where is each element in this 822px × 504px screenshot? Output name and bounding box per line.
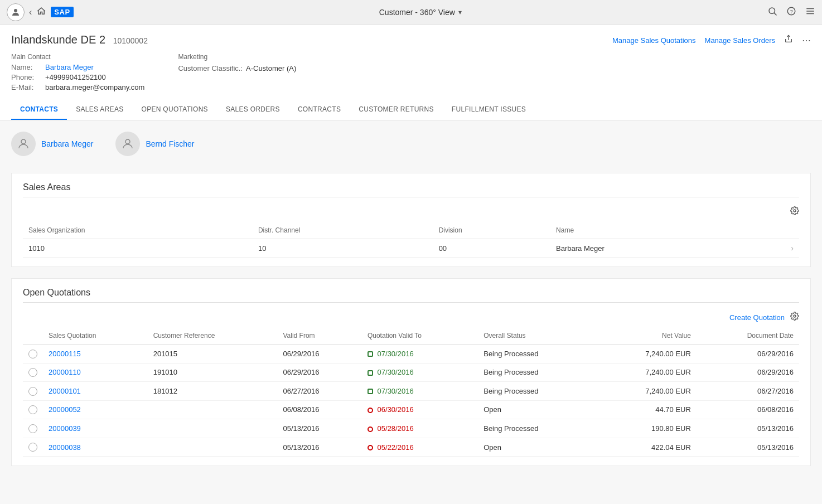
- cell-quotation-id: 20000038: [43, 438, 148, 457]
- tab-fulfillment-issues[interactable]: FULFILLMENT ISSUES: [443, 100, 535, 120]
- contact-card-bernd[interactable]: Bernd Fischer: [115, 132, 194, 156]
- contact-cards-section: Barbara Meger Bernd Fischer: [11, 132, 811, 156]
- cell-net-value: 7,240.00 EUR: [596, 345, 697, 364]
- row-select-cell[interactable]: [23, 419, 43, 438]
- cell-doc-date: 06/08/2016: [697, 400, 799, 419]
- col-select: [23, 327, 43, 345]
- cell-overall-status: Open: [478, 400, 596, 419]
- row-radio-button[interactable]: [28, 387, 37, 396]
- table-row[interactable]: 20000110 191010 06/29/2016 07/30/2016 Be…: [23, 363, 799, 382]
- col-division: Division: [433, 222, 550, 239]
- title-dropdown-chevron[interactable]: ▾: [458, 8, 462, 16]
- tab-contacts[interactable]: CONTACTS: [11, 100, 67, 120]
- tab-sales-areas[interactable]: SALES AREAS: [67, 100, 132, 120]
- row-radio-button[interactable]: [28, 350, 37, 358]
- table-row[interactable]: 20000038 05/13/2016 05/22/2016 Open 422.…: [23, 438, 799, 457]
- more-options-icon[interactable]: ⋯: [802, 35, 811, 46]
- valid-to-status-icon: [368, 427, 373, 432]
- contact-info: Main Contact Name: Barbara Meger Phone: …: [11, 53, 144, 93]
- contact-name-barbara[interactable]: Barbara Meger: [41, 139, 93, 148]
- valid-to-date: 05/22/2016: [378, 443, 414, 452]
- table-row[interactable]: 20000039 05/13/2016 05/28/2016 Being Pro…: [23, 419, 799, 438]
- tab-sales-orders[interactable]: SALES ORDERS: [217, 100, 289, 120]
- cell-doc-date: 05/13/2016: [697, 419, 799, 438]
- row-radio-button[interactable]: [28, 424, 37, 433]
- open-quotations-section: Open Quotations Create Quotation Sales Q…: [11, 278, 811, 466]
- manage-quotations-link[interactable]: Manage Sales Quotations: [612, 36, 696, 45]
- cell-valid-from: 05/13/2016: [277, 419, 362, 438]
- quotation-id-link[interactable]: 20000038: [49, 443, 81, 452]
- row-radio-button[interactable]: [28, 405, 37, 414]
- info-section: Main Contact Name: Barbara Meger Phone: …: [11, 53, 811, 93]
- quotation-id-link[interactable]: 20000052: [49, 405, 81, 414]
- contact-section-title: Main Contact: [11, 53, 144, 61]
- marketing-info: Marketing Customer Classific.: A-Custome…: [178, 53, 296, 93]
- user-avatar[interactable]: [7, 3, 25, 21]
- manage-orders-link[interactable]: Manage Sales Orders: [705, 36, 775, 45]
- cell-doc-date: 06/29/2016: [697, 363, 799, 382]
- menu-icon[interactable]: [805, 6, 815, 18]
- col-customer-ref: Customer Reference: [148, 327, 278, 345]
- row-select-cell[interactable]: [23, 345, 43, 364]
- cell-overall-status: Being Processed: [478, 382, 596, 401]
- page-header: Inlandskunde DE 2 10100002 Manage Sales …: [11, 33, 811, 46]
- contact-name-value[interactable]: Barbara Meger: [45, 63, 94, 71]
- valid-to-status-icon: [368, 408, 373, 413]
- top-navigation-bar: ‹ SAP Customer - 360° View ▾ ?: [0, 0, 822, 25]
- quotation-id-link[interactable]: 20000115: [49, 350, 81, 358]
- row-nav-icon: ›: [791, 244, 794, 253]
- tab-open-quotations[interactable]: OPEN QUOTATIONS: [133, 100, 217, 120]
- share-icon[interactable]: [784, 35, 793, 46]
- valid-to-date: 07/30/2016: [378, 368, 414, 376]
- tab-customer-returns[interactable]: CUSTOMER RETURNS: [350, 100, 443, 120]
- cell-customer-ref: [148, 400, 278, 419]
- col-sales-org: Sales Organization: [23, 222, 253, 239]
- cell-overall-status: Being Processed: [478, 419, 596, 438]
- tab-contracts[interactable]: CONTRACTS: [289, 100, 350, 120]
- col-quotation-id: Sales Quotation: [43, 327, 148, 345]
- table-row[interactable]: 20000101 181012 06/27/2016 07/30/2016 Be…: [23, 382, 799, 401]
- table-row[interactable]: 1010 10 00 Barbara Meger ›: [23, 239, 799, 258]
- contact-phone-row: Phone: +49999041252100: [11, 73, 144, 81]
- contact-name-bernd[interactable]: Bernd Fischer: [146, 139, 194, 148]
- table-row[interactable]: 20000115 201015 06/29/2016 07/30/2016 Be…: [23, 345, 799, 364]
- cell-net-value: 422.04 EUR: [596, 438, 697, 457]
- row-select-cell[interactable]: [23, 438, 43, 457]
- row-select-cell[interactable]: [23, 400, 43, 419]
- tab-bar: CONTACTS SALES AREAS OPEN QUOTATIONS SAL…: [11, 100, 811, 120]
- quotations-table-actions: Create Quotation: [23, 309, 799, 323]
- cell-customer-ref: 201015: [148, 345, 278, 364]
- row-select-cell[interactable]: [23, 363, 43, 382]
- back-button[interactable]: ‹: [29, 7, 32, 17]
- quotation-id-link[interactable]: 20000039: [49, 424, 81, 433]
- top-bar-center: Customer - 360° View ▾: [74, 8, 767, 17]
- cell-name: Barbara Meger: [550, 239, 752, 258]
- contact-card-barbara[interactable]: Barbara Meger: [11, 132, 93, 156]
- cell-valid-from: 06/27/2016: [277, 382, 362, 401]
- search-icon[interactable]: [767, 6, 777, 18]
- name-label: Name:: [11, 63, 42, 71]
- sales-areas-settings-icon[interactable]: [790, 206, 799, 217]
- valid-to-date: 07/30/2016: [378, 387, 414, 395]
- sales-areas-table: Sales Organization Distr. Channel Divisi…: [23, 222, 799, 258]
- row-radio-button[interactable]: [28, 368, 37, 377]
- help-icon[interactable]: ?: [786, 6, 796, 18]
- quotations-settings-icon[interactable]: [790, 312, 799, 323]
- customer-name: Inlandskunde DE 2: [11, 33, 105, 46]
- table-row[interactable]: 20000052 06/08/2016 06/30/2016 Open 44.7…: [23, 400, 799, 419]
- quotation-id-link[interactable]: 20000101: [49, 387, 81, 395]
- quotations-table: Sales Quotation Customer Reference Valid…: [23, 327, 799, 457]
- col-distr-channel: Distr. Channel: [253, 222, 433, 239]
- cell-quotation-id: 20000110: [43, 363, 148, 382]
- cell-nav-arrow[interactable]: ›: [752, 239, 799, 258]
- home-icon[interactable]: [36, 6, 46, 18]
- quotation-id-link[interactable]: 20000110: [49, 368, 81, 376]
- contact-avatar-barbara: [11, 132, 36, 156]
- row-radio-button[interactable]: [28, 443, 37, 452]
- create-quotation-link[interactable]: Create Quotation: [729, 313, 785, 322]
- page-title-group: Inlandskunde DE 2 10100002: [11, 33, 148, 46]
- row-select-cell[interactable]: [23, 382, 43, 401]
- valid-to-status-icon: [368, 370, 373, 376]
- col-name: Name: [550, 222, 752, 239]
- cell-doc-date: 06/27/2016: [697, 382, 799, 401]
